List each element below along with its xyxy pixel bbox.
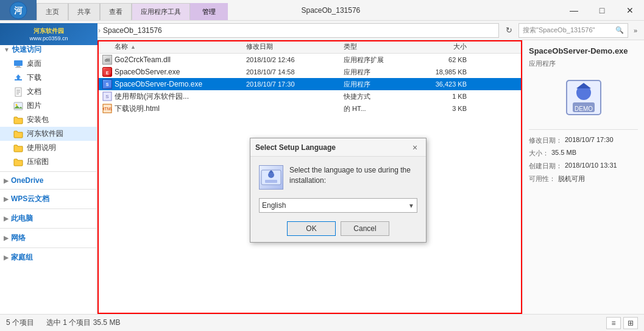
tab-app-tools[interactable]: 应用程序工具 (132, 3, 190, 20)
rp-icon-area: DEMO (529, 72, 638, 123)
col-header-type[interactable]: 类型 (344, 42, 423, 51)
sidebar-section-thispc[interactable]: ▶ 此电脑 (0, 212, 97, 226)
view-list-button[interactable]: ≡ (606, 317, 621, 329)
address-separator: › (98, 26, 101, 35)
sidebar-divider-1 (0, 171, 97, 172)
selected-language: English (262, 201, 286, 210)
view-grid-button[interactable]: ⊞ (623, 317, 638, 329)
folder-icon-readme (13, 143, 23, 153)
col-header-date[interactable]: 修改日期 (246, 42, 344, 51)
dialog-setup-icon (259, 165, 283, 190)
sidebar-item-compress[interactable]: 压缩图 (0, 155, 97, 169)
homegroup-arrow: ▶ (4, 254, 9, 261)
sidebar-section-network[interactable]: ▶ 网络 (0, 231, 97, 245)
table-row[interactable]: S SpaceObServer-Demo.exe 2018/10/7 17:30… (97, 78, 522, 90)
status-selected: 选中 1 个项目 35.5 MB (46, 318, 120, 328)
sidebar-item-install[interactable]: 安装包 (0, 113, 97, 127)
section-arrow: ▼ (4, 46, 10, 53)
col-header-name[interactable]: 名称 ▲ (100, 42, 246, 51)
onedrive-arrow: ▶ (4, 177, 9, 184)
tab-share[interactable]: 共享 (68, 3, 100, 20)
sidebar-item-pictures[interactable]: 图片 (0, 99, 97, 113)
svg-text:E: E (106, 71, 109, 75)
tab-view[interactable]: 查看 (100, 3, 132, 20)
sidebar-item-downloads[interactable]: 下载 (0, 71, 97, 85)
search-placeholder: 搜索"SpaceOb_131576" (523, 26, 595, 35)
sidebar-item-hedong[interactable]: 河东软件园 (0, 127, 97, 141)
app-logo: 河 (0, 0, 37, 20)
file-size-cell: 18,985 KB (423, 68, 472, 76)
address-bar[interactable]: 河东软件园 › SpaceOb_131576 (55, 23, 499, 38)
rp-avail-value: 脱机可用 (558, 174, 585, 183)
file-size-cell: 62 KB (423, 56, 472, 63)
rp-avail-label: 可用性： (529, 174, 556, 183)
sidebar-section-onedrive[interactable]: ▶ OneDrive (0, 174, 97, 187)
svg-rect-24 (265, 180, 277, 183)
refresh-button[interactable]: ↻ (501, 23, 516, 38)
window-controls: — □ ✕ (560, 0, 644, 20)
select-arrow-icon: ▼ (408, 202, 414, 209)
sort-arrow: ▲ (130, 44, 136, 50)
table-row[interactable]: HTML 下载说明.html 的 HT... 3 KB (97, 102, 522, 115)
svg-rect-11 (14, 102, 23, 110)
dialog-buttons: OK Cancel (259, 221, 417, 236)
tab-home[interactable]: 主页 (37, 3, 68, 20)
rp-modify-row: 修改日期： 2018/10/7 17:30 (529, 136, 638, 145)
svg-rect-2 (14, 60, 23, 66)
dialog-body: Select the language to use during the in… (250, 157, 426, 242)
sidebar-item-desktop[interactable]: 桌面 (0, 57, 97, 71)
svg-rect-3 (16, 66, 20, 67)
maximize-button[interactable]: □ (588, 0, 616, 21)
sidebar-divider-2 (0, 189, 97, 190)
table-row[interactable]: S 使用帮助(河东软件园... 快捷方式 1 KB (97, 90, 522, 102)
sidebar-divider-4 (0, 228, 97, 229)
shortcut-icon: S (102, 91, 112, 101)
file-date-cell: 2018/10/7 17:30 (246, 80, 344, 88)
search-box[interactable]: 搜索"SpaceOb_131576" 🔍 (518, 23, 628, 38)
file-name-cell: HTML 下载说明.html (100, 104, 246, 114)
window-title: SpaceOb_131576 (295, 0, 561, 20)
file-size-cell: 3 KB (423, 105, 472, 112)
dialog-titlebar: Select Setup Language × (250, 138, 426, 157)
sidebar-divider-5 (0, 247, 97, 248)
status-item-count: 5 个项目 (6, 318, 34, 328)
rp-avail-row: 可用性： 脱机可用 (529, 174, 638, 183)
table-row[interactable]: dll Go2CrckTeam.dll 2018/10/2 12:46 应用程序… (97, 54, 522, 66)
network-arrow: ▶ (4, 235, 9, 241)
dialog-cancel-button[interactable]: Cancel (341, 221, 389, 236)
image-icon (13, 101, 23, 111)
col-header-size[interactable]: 大小 (423, 42, 472, 51)
dialog-close-button[interactable]: × (409, 141, 421, 154)
folder-icon-compress (13, 157, 23, 167)
svg-text:DEMO: DEMO (575, 105, 593, 112)
dialog-title: Select Setup Language (255, 143, 409, 152)
rp-size-row: 大小： 35.5 MB (529, 149, 638, 158)
main-layout: ▼ 快速访问 桌面 下载 文档 图片 安装包 河东软件园 使用说明 (0, 40, 644, 314)
language-select[interactable]: English ▼ (259, 198, 417, 213)
watermark-title: 河东软件园 (34, 27, 64, 35)
table-row[interactable]: E SpaceObServer.exe 2018/10/7 14:58 应用程序… (97, 66, 522, 78)
expand-button[interactable]: » (631, 23, 640, 38)
svg-text:S: S (105, 94, 108, 99)
sidebar-item-documents[interactable]: 文档 (0, 85, 97, 99)
file-name-cell: S SpaceObServer-Demo.exe (100, 79, 246, 89)
rp-size-label: 大小： (529, 149, 549, 158)
file-date-cell: 2018/10/2 12:46 (246, 56, 344, 63)
folder-icon-install (13, 115, 23, 125)
sidebar-section-homegroup[interactable]: ▶ 家庭组 (0, 251, 97, 265)
rp-modify-label: 修改日期： (529, 136, 562, 145)
view-controls: ≡ ⊞ (606, 317, 638, 329)
file-type-cell: 的 HT... (344, 104, 423, 113)
sidebar-section-wps[interactable]: ▶ WPS云文档 (0, 192, 97, 206)
tab-manage[interactable]: 管理 (190, 3, 228, 20)
svg-text:HTML: HTML (102, 107, 112, 111)
svg-text:S: S (106, 82, 109, 87)
dialog-ok-button[interactable]: OK (287, 221, 336, 236)
minimize-button[interactable]: — (560, 0, 588, 21)
rp-modify-value: 2018/10/7 17:30 (565, 136, 614, 145)
watermark: 河东软件园 www.pc0359.cn (0, 23, 97, 45)
close-button[interactable]: ✕ (616, 0, 644, 21)
sidebar-item-readme[interactable]: 使用说明 (0, 141, 97, 155)
rp-file-icon: DEMO (564, 78, 603, 117)
right-panel: SpaceObServer-Demo.exe 应用程序 DEMO 修改日期： 2… (522, 40, 644, 314)
